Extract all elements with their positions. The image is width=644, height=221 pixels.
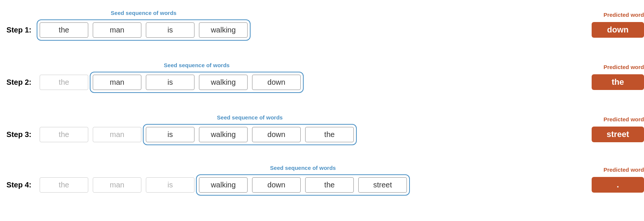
step-row-2: Step 2:themaniswalkingdownSeed sequence … bbox=[0, 67, 644, 97]
word-box-s1-w4: walking bbox=[199, 22, 248, 38]
word-box-s4-w4: walking bbox=[199, 177, 248, 193]
predicted-box-2: the bbox=[592, 74, 644, 90]
diagram: Step 1:themaniswalkingSeed sequence of w… bbox=[0, 0, 644, 221]
predicted-label-2: Predicted word bbox=[604, 64, 644, 70]
predicted-wrapper-4: .Predicted word bbox=[592, 177, 644, 193]
step-label-3: Step 3: bbox=[0, 130, 37, 139]
predicted-box-1: down bbox=[592, 22, 644, 38]
word-box-s2-w5: down bbox=[252, 75, 301, 90]
word-box-s4-w6: the bbox=[305, 177, 354, 193]
word-box-s1-w1: the bbox=[40, 22, 88, 38]
word-box-s2-w1: the bbox=[40, 75, 88, 90]
word-box-s3-w4: walking bbox=[199, 127, 248, 142]
seed-label-3: Seed sequence of words bbox=[217, 114, 283, 121]
word-box-s3-w1: the bbox=[40, 127, 88, 142]
predicted-box-3: street bbox=[592, 127, 644, 142]
words-area-1: themaniswalkingSeed sequence of words bbox=[37, 22, 587, 38]
predicted-wrapper-3: streetPredicted word bbox=[592, 127, 644, 142]
predicted-wrapper-1: downPredicted word bbox=[592, 22, 644, 38]
word-box-s2-w4: walking bbox=[199, 75, 248, 90]
word-box-s2-w2: man bbox=[93, 75, 141, 90]
word-box-s3-w5: down bbox=[252, 127, 301, 142]
word-box-s2-w3: is bbox=[146, 75, 194, 90]
words-area-3: themaniswalkingdowntheSeed sequence of w… bbox=[37, 127, 587, 142]
word-box-s1-w3: is bbox=[146, 22, 194, 38]
step-row-3: Step 3:themaniswalkingdowntheSeed sequen… bbox=[0, 119, 644, 149]
word-box-s4-w5: down bbox=[252, 177, 301, 193]
step-row-4: Step 4:themaniswalkingdownthestreetSeed … bbox=[0, 170, 644, 200]
step-label-4: Step 4: bbox=[0, 181, 37, 189]
words-area-2: themaniswalkingdownSeed sequence of word… bbox=[37, 75, 587, 90]
predicted-label-1: Predicted word bbox=[604, 12, 644, 18]
predicted-box-4: . bbox=[592, 177, 644, 193]
word-box-s3-w3: is bbox=[146, 127, 194, 142]
predicted-label-3: Predicted word bbox=[604, 116, 644, 122]
predicted-label-4: Predicted word bbox=[604, 166, 644, 173]
seed-label-1: Seed sequence of words bbox=[111, 10, 177, 16]
predicted-wrapper-2: thePredicted word bbox=[592, 74, 644, 90]
seed-label-4: Seed sequence of words bbox=[270, 165, 336, 171]
word-box-s3-w2: man bbox=[93, 127, 141, 142]
word-box-s4-w1: the bbox=[40, 177, 88, 193]
words-area-4: themaniswalkingdownthestreetSeed sequenc… bbox=[37, 177, 587, 193]
word-box-s4-w7: street bbox=[358, 177, 407, 193]
step-label-1: Step 1: bbox=[0, 26, 37, 34]
word-box-s4-w3: is bbox=[146, 177, 194, 193]
word-box-s4-w2: man bbox=[93, 177, 141, 193]
step-label-2: Step 2: bbox=[0, 78, 37, 87]
word-box-s1-w2: man bbox=[93, 22, 141, 38]
step-row-1: Step 1:themaniswalkingSeed sequence of w… bbox=[0, 15, 644, 45]
word-box-s3-w6: the bbox=[305, 127, 354, 142]
seed-label-2: Seed sequence of words bbox=[164, 62, 230, 68]
